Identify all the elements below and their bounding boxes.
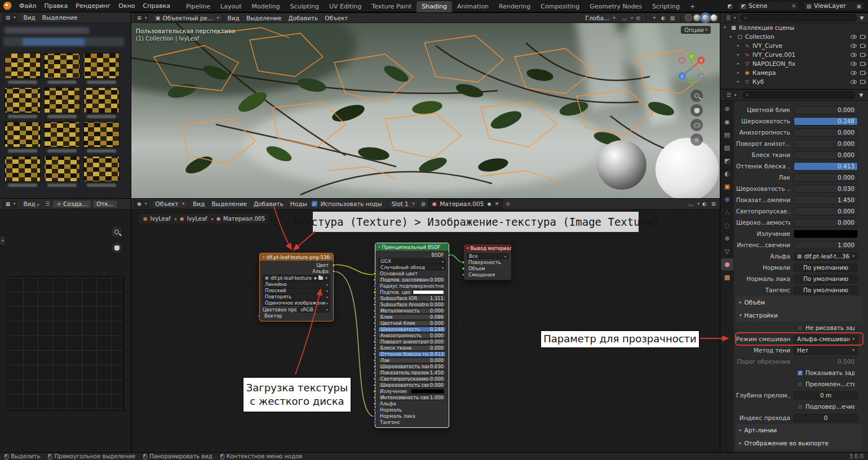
decorator-dot[interactable] [860,289,862,292]
input-socket[interactable] [373,390,377,393]
decorator-dot[interactable] [860,417,862,419]
workspace-tab[interactable]: Texture Paint [366,1,417,12]
node-row[interactable]: Показатель преломления 1.450 ▾ [378,370,446,376]
node-dropdown-row[interactable]: Повторять▾ [263,294,330,300]
slot-dropdown[interactable]: Slot 1▾ [388,200,419,208]
mode-dropdown[interactable]: ▣Объектный ре...▾ [152,14,223,22]
properties-tab[interactable] [721,103,733,115]
texture-thumbnail[interactable] [5,87,41,118]
input-socket[interactable] [373,371,377,374]
workspace-tab[interactable]: UV Editing [324,1,366,12]
node-row[interactable]: Основной цвет ▾ [378,271,446,276]
workspace-tab[interactable]: Layout [215,1,246,12]
texture-thumbnail[interactable] [83,122,119,153]
workspace-tab[interactable]: Geometry Nodes [584,1,647,12]
disclosure-triangle-icon[interactable]: ▸ [737,70,742,75]
editor-type-button[interactable]: ⊞▾ [134,14,149,22]
options-dropdown[interactable]: Опции▾ [681,26,711,34]
new-image-button[interactable]: +Созда... [52,200,91,208]
overlays-icon[interactable]: ◐ [701,200,708,208]
properties-tab[interactable] [721,271,733,283]
decorator-dot[interactable] [860,383,862,386]
input-socket[interactable] [373,315,377,319]
thumbnail-image[interactable] [83,122,119,148]
node-row[interactable]: Нормаль лака ▾ [378,413,446,419]
filter-funnel-icon[interactable]: ▼ [857,91,865,99]
property-value-widget[interactable]: ▦ 0.000 ▾ [794,106,858,114]
property-value-widget[interactable]: ▦ 0.000 ▾ [794,128,858,137]
thumbnail-image[interactable] [44,87,80,113]
properties-tab[interactable] [721,233,733,244]
blender-logo-icon[interactable] [3,2,12,10]
node-header[interactable]: ▾ dlf.pt-leaf-texture-png-5360552.png [260,253,333,261]
view-layer-selector[interactable]: ▧ ViewLayer ▣ [803,1,865,11]
disclosure-triangle-icon[interactable]: ▸ [730,34,734,39]
disable-in-render-camera-icon[interactable] [860,62,865,66]
disable-in-render-camera-icon[interactable] [860,53,865,57]
target-dropdown-row[interactable]: Все▾ [467,253,508,259]
hide-in-viewport-eye-icon[interactable] [851,44,857,48]
menu-item[interactable]: Рендеринг [72,1,114,12]
input-socket[interactable] [373,421,377,424]
outliner-item-row[interactable]: ▸ Куб [720,77,868,86]
uv-grid-preview[interactable] [8,276,124,410]
properties-tab[interactable] [721,155,733,167]
decorator-dot[interactable] [860,338,862,341]
shading-rendered-icon[interactable] [710,14,718,21]
filter-funnel-icon[interactable]: ▼ [858,14,866,22]
decorator-dot[interactable] [860,394,862,397]
property-value-widget[interactable]: ▦ 0.000 ▾ [794,173,858,182]
property-value-widget[interactable]: ▦ Преломлен...стве экрана ▾ [794,380,858,388]
node-row[interactable]: Subsurface IOR 1.311 ▾ [378,296,446,301]
input-socket[interactable] [373,396,377,399]
input-socket[interactable] [373,352,377,356]
copy-view-layer-icon[interactable]: ▣ [856,3,861,9]
decorator-dot[interactable] [860,199,862,202]
property-value-widget[interactable]: ▦ 0.000 ▾ [794,151,858,159]
node-row[interactable]: Тангенс ▾ [378,419,446,425]
texture-thumbnail[interactable] [44,156,80,187]
property-value-widget[interactable]: ▦ 1.450 ▾ [794,196,858,204]
node-row[interactable]: Анизотропность 0.000 ▾ [378,333,446,338]
menu-item[interactable]: Выделение [208,200,250,207]
texture-thumbnail[interactable] [5,122,41,153]
view-menu[interactable]: Вид▾ [20,200,43,207]
input-socket[interactable] [373,377,377,381]
navigation-gizmo[interactable]: X Y Z [676,52,707,84]
viewport-canvas[interactable]: Пользовательская перспектива (1) Collect… [131,23,720,198]
disclosure-triangle-icon[interactable]: ▾ [724,25,728,30]
thumbnail-image[interactable] [83,53,119,79]
outliner-item-row[interactable]: ▸ IVY_Curve [720,41,868,50]
decorator-dot[interactable] [860,176,862,179]
workspace-tab[interactable]: Compositing [535,1,584,12]
list-icon[interactable]: ☰ [43,200,51,208]
input-socket[interactable] [373,309,377,312]
scene-selector[interactable]: ◩ Scene ✕ [737,1,799,11]
material-name-field[interactable]: ● Материал.005 ◆ ✕ [428,199,503,208]
decorator-dot[interactable] [860,120,862,123]
thumbnail-image[interactable] [44,122,80,148]
property-value-widget[interactable]: ▦ 0.030 ▾ [794,185,858,193]
disable-in-render-camera-icon[interactable] [860,80,865,84]
input-socket[interactable] [258,314,261,318]
node-row[interactable]: Цветной блик 0.000 ▾ [378,320,446,326]
menu-item[interactable]: Справка [139,1,174,12]
property-value-widget[interactable]: ▦ 0.000 ▾ [794,218,858,227]
thumbnail-image[interactable] [5,156,41,182]
menu-item[interactable]: Файл [15,1,40,12]
decorator-dot[interactable] [860,278,862,280]
input-socket[interactable] [373,334,377,337]
decorator-dot[interactable] [860,109,862,111]
thumbnail-image[interactable] [83,156,119,182]
camera-view-button[interactable] [690,119,703,131]
snap-magnet-icon[interactable]: ◡ [620,14,628,22]
node-row[interactable]: Случайный обход ▾ [378,265,446,270]
thumbnail-image[interactable] [83,87,119,113]
node-row[interactable]: Поворот анизотропии 0.000 ▾ [378,339,446,345]
node-header[interactable]: ▾ Принципиальный BSDF [375,243,449,251]
disable-in-render-camera-icon[interactable] [860,35,865,39]
node-row[interactable]: Лак 0.000 ▾ [378,358,446,363]
input-socket[interactable] [373,346,377,350]
outliner-root-row[interactable]: ▾ ▦ Коллекция сцены [720,23,868,32]
workspace-tab[interactable]: Modeling [247,1,285,12]
